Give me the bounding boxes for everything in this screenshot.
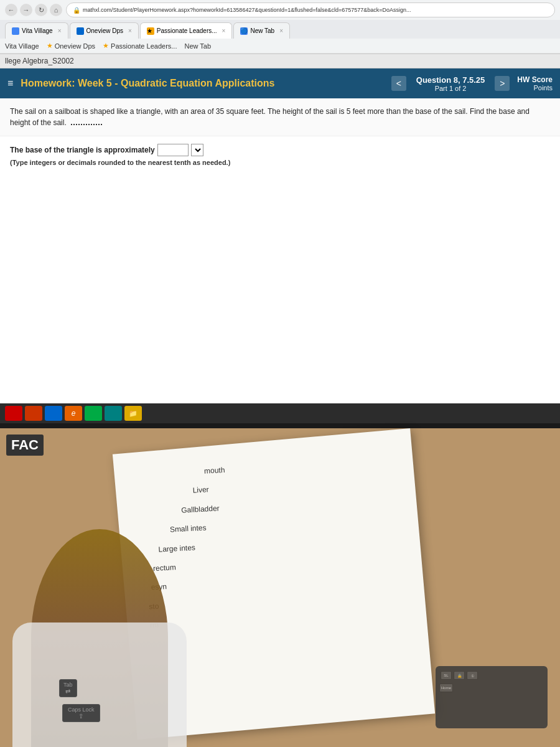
key-lock: 🔒 xyxy=(454,671,465,680)
caps-lock-key[interactable]: Caps Lock ⇪ xyxy=(62,704,100,722)
hw-score-area: HW Score Points xyxy=(517,75,553,92)
caps-lock-label: Caps Lock xyxy=(68,707,95,713)
sleeve xyxy=(12,622,187,747)
bookmark-passionate-label: Passionate Leaders... xyxy=(111,42,177,50)
home-button[interactable]: ⌂ xyxy=(50,4,62,16)
keyboard-keys: SL 🔒 ① xyxy=(436,666,548,682)
taskbar-btn-2[interactable] xyxy=(25,406,42,421)
tab-oneview[interactable]: Oneview Dps × xyxy=(70,22,139,39)
tab-favicon-3: ★ xyxy=(147,27,154,35)
tab-label-3: Passionate Leaders... xyxy=(157,27,217,34)
fac-label: FAC xyxy=(6,435,44,456)
taskbar-btn-red[interactable] xyxy=(5,406,22,421)
nav-buttons: ← → ↻ ⌂ xyxy=(5,4,62,16)
answer-line: The base of the triangle is approximatel… xyxy=(10,144,550,156)
address-bar[interactable]: 🔒 mathxl.com/Student/PlayerHomework.aspx… xyxy=(66,2,555,17)
keyboard: SL 🔒 ① Home xyxy=(436,666,548,728)
hw-title-highlight: Quadratic Equation Applications xyxy=(121,78,274,88)
browser-chrome: ← → ↻ ⌂ 🔒 mathxl.com/Student/PlayerHomew… xyxy=(0,0,560,54)
bookmark-star-2: ★ xyxy=(103,42,109,50)
taskbar-btn-yellow[interactable]: 📁 xyxy=(124,406,142,421)
hw-title-prefix: Homework: Week 5 - xyxy=(21,78,121,88)
tab-close-2[interactable]: × xyxy=(128,27,132,34)
screen: ← → ↻ ⌂ 🔒 mathxl.com/Student/PlayerHomew… xyxy=(0,0,560,423)
address-bar-row: ← → ↻ ⌂ 🔒 mathxl.com/Student/PlayerHomew… xyxy=(0,0,560,20)
bookmark-vita-village[interactable]: Vita Village xyxy=(5,42,39,50)
keyboard-row-2: Home xyxy=(436,682,548,693)
bookmark-vita-label: Vita Village xyxy=(5,42,39,50)
taskbar-btn-ie[interactable]: e xyxy=(65,406,82,421)
points-label: Points xyxy=(517,84,553,92)
bookmark-oneview-label: Oneview Dps xyxy=(55,42,95,50)
back-button[interactable]: ← xyxy=(5,4,17,16)
taskbar: e 📁 xyxy=(0,403,560,423)
tab-new-tab[interactable]: 🔵 New Tab × xyxy=(233,22,290,39)
answer-dropdown[interactable]: ▼ xyxy=(191,144,203,156)
question-area: The sail on a sailboat is shaped like a … xyxy=(0,98,560,136)
mathxl-content: ≡ Homework: Week 5 - Quadratic Equation … xyxy=(0,68,560,423)
tab-label-1: Vita Village xyxy=(22,27,53,34)
tab-favicon-1 xyxy=(12,27,19,35)
reload-button[interactable]: ↻ xyxy=(35,4,47,16)
bookmark-newtab[interactable]: New Tab xyxy=(184,42,211,50)
prev-question-button[interactable]: < xyxy=(391,76,406,91)
tab-favicon-4: 🔵 xyxy=(240,27,248,35)
bookmark-passionate[interactable]: ★ Passionate Leaders... xyxy=(103,42,177,50)
question-number: Question 8, 7.5.25 xyxy=(416,75,485,85)
tab-passionate-leaders[interactable]: ★ Passionate Leaders... × xyxy=(140,22,233,39)
menu-icon[interactable]: ≡ xyxy=(7,78,13,89)
page-title: llege Algebra_S2002 xyxy=(5,57,74,65)
answer-prefix: The base of the triangle is approximatel… xyxy=(10,146,155,154)
page-title-bar: llege Algebra_S2002 xyxy=(0,54,560,68)
hw-score-label: HW Score xyxy=(517,75,553,84)
lock-icon: 🔒 xyxy=(73,7,80,14)
dotted-line xyxy=(71,124,102,125)
key-num: ① xyxy=(467,671,478,680)
question-info: Question 8, 7.5.25 Part 1 of 2 xyxy=(416,75,485,92)
tab-label-2: Oneview Dps xyxy=(86,27,123,34)
tab-close-3[interactable]: × xyxy=(222,27,226,34)
next-question-button[interactable]: > xyxy=(495,76,510,91)
key-scroll-lock: SL xyxy=(441,671,452,680)
caps-lock-icon: ⇪ xyxy=(68,713,95,720)
taskbar-btn-blue[interactable] xyxy=(45,406,62,421)
taskbar-btn-teal[interactable] xyxy=(105,406,122,421)
tab-favicon-2 xyxy=(77,27,84,35)
instruction-text: (Type integers or decimals rounded to th… xyxy=(10,159,550,166)
bookmark-oneview[interactable]: ★ Oneview Dps xyxy=(47,42,95,50)
tab-key-label: Tab xyxy=(63,682,73,688)
bookmark-newtab-label: New Tab xyxy=(184,42,211,50)
forward-button[interactable]: → xyxy=(20,4,32,16)
hw-title: Homework: Week 5 - Quadratic Equation Ap… xyxy=(21,78,391,89)
bookmarks-bar: Vita Village ★ Oneview Dps ★ Passionate … xyxy=(0,39,560,54)
answer-input[interactable] xyxy=(157,144,189,156)
answer-area: The base of the triangle is approximatel… xyxy=(0,136,560,405)
tab-close-4[interactable]: × xyxy=(279,27,283,34)
tab-key-arrows: ⇄ xyxy=(63,688,73,695)
tab-key[interactable]: Tab ⇄ xyxy=(59,679,77,697)
tab-vita-village[interactable]: Vita Village × xyxy=(5,22,68,39)
bookmark-star-1: ★ xyxy=(47,42,53,50)
tabs-row: Vita Village × Oneview Dps × ★ Passionat… xyxy=(0,20,560,39)
desk-area: FAC mouth Liver Gallbladder Small intes … xyxy=(0,428,560,747)
question-text: The sail on a sailboat is shaped like a … xyxy=(10,106,550,128)
tab-label-4: New Tab xyxy=(250,27,274,34)
tab-close-1[interactable]: × xyxy=(58,27,62,34)
key-home: Home xyxy=(439,684,453,692)
taskbar-btn-green[interactable] xyxy=(85,406,102,421)
paper-notes: mouth Liver Gallbladder Small intes Larg… xyxy=(142,453,399,634)
address-text: mathxl.com/Student/PlayerHomework.aspx?h… xyxy=(83,7,411,13)
question-part: Part 1 of 2 xyxy=(416,85,485,92)
hw-header: ≡ Homework: Week 5 - Quadratic Equation … xyxy=(0,68,560,98)
